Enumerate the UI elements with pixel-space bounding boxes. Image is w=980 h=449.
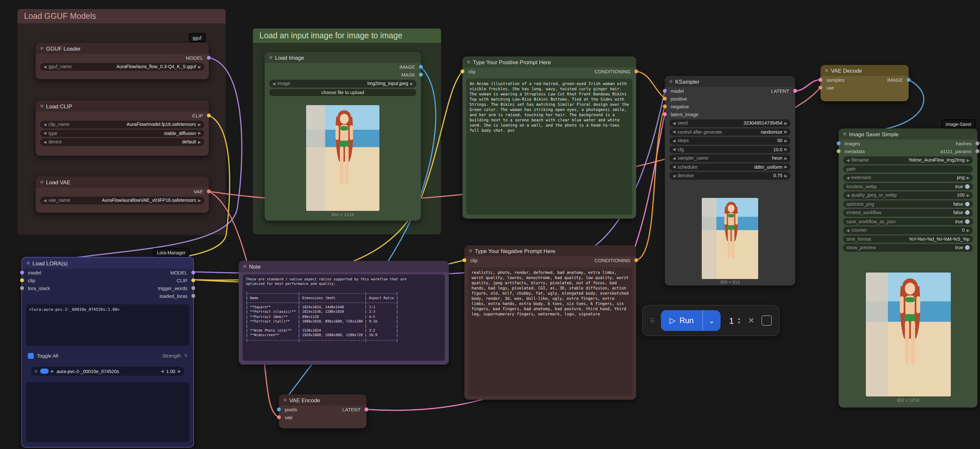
widget-save-workflow-as-json[interactable]: save_workflow_as_json true: [843, 218, 973, 225]
widget-seed[interactable]: ◀ seed 323049514735454 ▶: [669, 119, 791, 127]
toolbar-drag-handle-icon[interactable]: ⠿: [650, 317, 654, 324]
conditioning-output-port[interactable]: [634, 69, 638, 73]
collapse-dot-icon[interactable]: [283, 398, 287, 402]
node-ksampler[interactable]: KSampler model LATENT positive negative …: [665, 76, 795, 285]
collapse-dot-icon[interactable]: [269, 56, 272, 59]
next-arrow-icon[interactable]: ▶: [784, 121, 788, 125]
prev-arrow-icon[interactable]: ◀: [846, 158, 849, 162]
prev-arrow-icon[interactable]: ◀: [673, 165, 676, 169]
next-arrow-icon[interactable]: ▶: [198, 65, 201, 69]
toggle-knob-icon[interactable]: [965, 219, 970, 224]
next-arrow-icon[interactable]: ▶: [967, 228, 970, 232]
node-note[interactable]: Note These are standard / native aspect …: [239, 261, 449, 365]
expand-icon[interactable]: ▶: [51, 369, 54, 373]
node-load-loras[interactable]: Load LORA(s) model MODEL clip CLIP lora_…: [21, 257, 194, 448]
node-header[interactable]: VAE Decode: [821, 65, 908, 76]
hashes-output-port[interactable]: [975, 142, 979, 145]
toggle-knob-icon[interactable]: [965, 202, 970, 206]
prev-arrow-icon[interactable]: ◀: [673, 148, 676, 151]
node-header[interactable]: Load Image: [265, 52, 421, 63]
positive-prompt-textarea[interactable]: An Anime illustration of a red-haired, g…: [466, 78, 632, 215]
run-options-dropdown[interactable]: ⌄: [703, 310, 720, 331]
toggle-knob-icon[interactable]: [965, 245, 970, 250]
increment-count-icon[interactable]: ▲: [737, 316, 741, 320]
next-arrow-icon[interactable]: ▶: [784, 165, 788, 169]
clip-input-port[interactable]: [460, 69, 465, 73]
next-arrow-icon[interactable]: ▶: [784, 148, 788, 151]
prev-arrow-icon[interactable]: ◀: [272, 82, 275, 86]
image-output-port[interactable]: [419, 65, 423, 69]
prev-arrow-icon[interactable]: ◀: [846, 176, 849, 180]
prev-arrow-icon[interactable]: ◀: [673, 156, 676, 160]
widget-optimize-png[interactable]: optimize_png false: [843, 200, 973, 208]
prev-arrow-icon[interactable]: ◀: [846, 228, 849, 232]
run-button[interactable]: ▷ Run ⌄: [661, 310, 721, 331]
widget-counter[interactable]: ◀ counter 0 ▶: [843, 226, 973, 234]
latent-image-input-port[interactable]: [663, 112, 667, 116]
widget-show-preview[interactable]: show_preview true: [843, 244, 973, 252]
drag-handle-icon[interactable]: ≡: [34, 368, 37, 374]
node-header[interactable]: Image Saver Simple: [838, 129, 977, 140]
prev-arrow-icon[interactable]: ◀: [43, 199, 46, 202]
loaded-loras-output-port[interactable]: [191, 294, 195, 298]
vae-input-port[interactable]: [277, 415, 281, 419]
prev-arrow-icon[interactable]: ◀: [673, 130, 676, 134]
clip-input-port[interactable]: [463, 258, 466, 262]
image-output-port[interactable]: [907, 78, 911, 82]
widget-type[interactable]: ◀ type stable_diffusion ▶: [40, 129, 204, 137]
collapse-dot-icon[interactable]: [843, 132, 846, 135]
next-arrow-icon[interactable]: ▶: [967, 158, 970, 162]
lora-enable-toggle[interactable]: [40, 369, 48, 374]
clip-output-port[interactable]: [191, 279, 195, 282]
collapse-dot-icon[interactable]: [469, 249, 472, 252]
toggle-knob-icon[interactable]: [965, 184, 970, 189]
node-gguf-loader[interactable]: GGUF Loader MODEL ◀ gguf_name AuraFlow/a…: [36, 43, 209, 79]
next-arrow-icon[interactable]: ▶: [198, 199, 201, 202]
prev-arrow-icon[interactable]: ◀: [43, 123, 46, 127]
next-arrow-icon[interactable]: ▶: [967, 193, 970, 197]
node-negative-prompt[interactable]: Type Your Negative Prompt Here clip COND…: [465, 245, 636, 400]
widget-cfg[interactable]: ◀ cfg 10.0 ▶: [669, 146, 791, 153]
upload-button[interactable]: choose file to upload: [269, 89, 417, 96]
widget-embed-workflow[interactable]: embed_workflow false: [843, 209, 973, 217]
node-header[interactable]: VAE Encode: [279, 395, 366, 406]
prev-arrow-icon[interactable]: ◀: [673, 121, 676, 125]
model-output-port[interactable]: [191, 271, 195, 274]
widget-quality[interactable]: ◀ quality_jpeg_or_webp 100 ▶: [843, 191, 973, 199]
note-textarea[interactable]: These are standard / native aspect ratio…: [243, 274, 445, 361]
mask-output-port[interactable]: [419, 73, 423, 76]
node-load-clip[interactable]: Load CLIP CLIP ◀ clip_name AuraFlow/mode…: [36, 100, 209, 156]
widget-clip-name[interactable]: ◀ clip_name AuraFlow/model.fp16.safetens…: [40, 121, 204, 128]
images-input-port[interactable]: [837, 142, 840, 145]
widget-lossless-webp[interactable]: lossless_webp true: [843, 183, 973, 190]
widget-image-file[interactable]: ◀ image Img2Img_input.jpeg ▶: [269, 80, 417, 87]
node-graph-canvas[interactable]: Load GGUF Models Load an input image for…: [0, 0, 980, 449]
strength-decrement-icon[interactable]: ◀: [161, 369, 164, 373]
prev-arrow-icon[interactable]: ◀: [43, 65, 46, 69]
next-arrow-icon[interactable]: ▶: [410, 82, 413, 86]
node-vae-decode[interactable]: VAE Decode samples IMAGE vae: [821, 65, 908, 101]
sort-icon[interactable]: ⇅: [184, 353, 188, 358]
model-output-port[interactable]: [207, 56, 211, 60]
node-load-image[interactable]: Load Image IMAGE MASK ◀ image Img2Img_in…: [265, 52, 421, 221]
next-arrow-icon[interactable]: ▶: [198, 140, 201, 144]
decrement-count-icon[interactable]: ▼: [737, 320, 741, 325]
prev-arrow-icon[interactable]: ◀: [673, 174, 676, 178]
widget-steps[interactable]: ◀ steps 50 ▶: [669, 137, 791, 144]
node-header[interactable]: Load LORA(s): [22, 258, 193, 269]
vae-output-port[interactable]: [207, 189, 211, 193]
next-arrow-icon[interactable]: ▶: [967, 176, 970, 180]
node-header[interactable]: Type Your Positive Prompt Here: [463, 56, 636, 67]
latent-output-port[interactable]: [364, 408, 368, 411]
node-load-vae[interactable]: Load VAE VAE ◀ vae_name AuraFlow/auraflo…: [36, 177, 209, 213]
widget-time-format[interactable]: time_format %Y-%m-%d_%I-%M-%S_%p: [843, 235, 973, 243]
conditioning-output-port[interactable]: [634, 258, 638, 262]
vae-input-port[interactable]: [818, 86, 822, 89]
prev-arrow-icon[interactable]: ◀: [846, 193, 849, 197]
next-arrow-icon[interactable]: ▶: [784, 156, 788, 160]
model-input-port[interactable]: [663, 89, 667, 93]
strength-increment-icon[interactable]: ▶: [178, 369, 181, 373]
widget-vae-name[interactable]: ◀ vae_name AuraFlow/auraflowVAE_v03FP16.…: [40, 197, 204, 204]
stop-button[interactable]: [762, 315, 772, 326]
widget-path[interactable]: path: [843, 165, 973, 173]
